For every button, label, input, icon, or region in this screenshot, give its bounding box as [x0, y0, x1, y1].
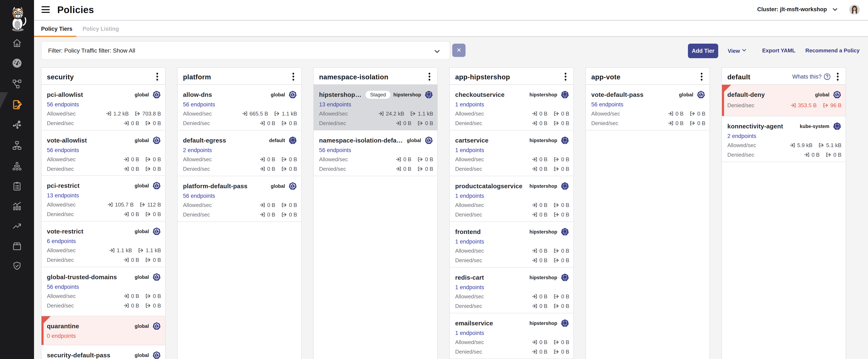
- svg-text:ns: ns: [564, 325, 566, 326]
- svg-text:ns: ns: [292, 142, 293, 143]
- svg-text:ns: ns: [564, 233, 566, 235]
- svg-text:ns: ns: [564, 188, 566, 189]
- svg-text:ns: ns: [836, 128, 838, 130]
- svg-text:ns: ns: [564, 279, 566, 281]
- svg-text:ns: ns: [564, 142, 566, 143]
- svg-text:ns: ns: [564, 96, 566, 98]
- svg-text:ns: ns: [428, 96, 430, 98]
